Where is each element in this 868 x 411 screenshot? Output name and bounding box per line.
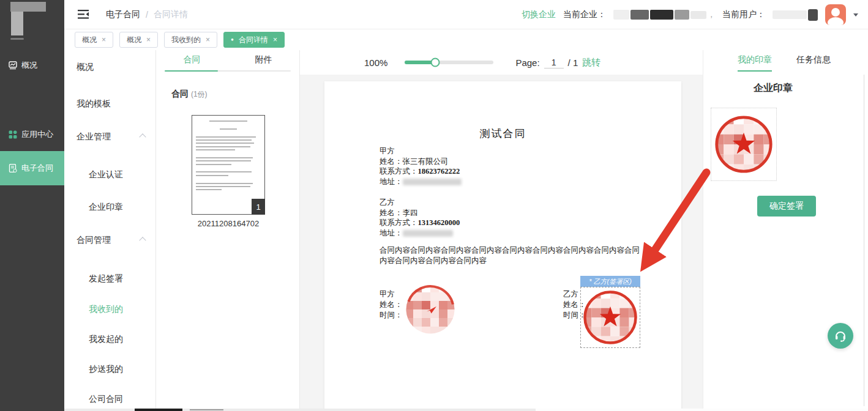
header-right: 切换企业 当前企业： ， 当前用户： — [522, 0, 858, 29]
workspace-tab[interactable]: 概况 × — [119, 32, 158, 48]
contract-file-name: 20211208164702 — [182, 219, 274, 228]
zoom-slider[interactable] — [405, 61, 493, 64]
sidebar-item-app-center[interactable]: 应用中心 — [0, 126, 64, 143]
breadcrumb-root[interactable]: 电子合同 — [106, 9, 140, 20]
contract-body-text: 合同内容合同内容合同内容合同内容合同内容合同内容合同内容合同内容合同内容合同内容… — [380, 245, 643, 266]
contract-list-panel: 合同 附件 合同 (1份) 1 20211208164702 — [156, 50, 300, 409]
tab-label: 我的印章 — [738, 54, 772, 64]
nav-item-company-contracts[interactable]: 公司合同 — [64, 391, 156, 406]
enterprise-seal-option[interactable] — [711, 108, 777, 181]
nav-item-label: 发起签署 — [89, 273, 123, 283]
workspace-tab-active[interactable]: ● 合同详情 × — [223, 32, 285, 48]
sidebar-item-e-contract[interactable]: 电子合同 — [0, 151, 64, 185]
background-window-edge — [64, 409, 868, 411]
nav-group-contract-mgmt[interactable]: 合同管理 — [64, 232, 156, 247]
window-scrollbar[interactable] — [864, 75, 864, 406]
thumbnail-text-lines — [196, 120, 261, 209]
sidebar-item-label: 概况 — [21, 60, 37, 71]
nav-item-initiate-sign[interactable]: 发起签署 — [64, 271, 156, 286]
nav-item-received[interactable]: 我收到的 — [64, 302, 156, 316]
active-dot-icon: ● — [231, 37, 234, 42]
seal-task-panel: 我的印章 任务信息 企业印章 确定签署 — [703, 50, 868, 409]
nav-item-label: 企业认证 — [89, 169, 123, 179]
nav-item-enterprise-seal[interactable]: 企业印章 — [64, 199, 156, 214]
viewer-toolbar: 100% Page: / 1 跳转 — [300, 50, 703, 75]
tab-my-seals[interactable]: 我的印章 — [738, 54, 772, 72]
user-menu-caret-icon[interactable] — [853, 13, 858, 17]
party-b-name: 姓名：李四 — [380, 208, 460, 218]
address-redacted — [403, 179, 462, 185]
fold-menu-icon[interactable] — [78, 10, 89, 19]
nav-item-cc-to-me[interactable]: 抄送我的 — [64, 361, 156, 376]
party-b-contact: 联系方式：13134620000 — [380, 218, 460, 228]
close-icon[interactable]: × — [102, 35, 106, 44]
nav-item-label: 抄送我的 — [89, 364, 123, 374]
nav-item-label: 我收到的 — [89, 304, 123, 314]
right-panel-tabs: 我的印章 任务信息 — [703, 50, 868, 72]
sign-a-time-label: 时间： — [380, 310, 403, 320]
tab-attachment[interactable]: 附件 — [228, 50, 299, 72]
page-number-input[interactable] — [544, 57, 564, 68]
app-root: 概况 应用中心 电子合同 电子合同 / 合同详情 切换企业 当前企业： — [0, 0, 868, 411]
section-title-text: 合同 — [171, 89, 189, 98]
nav-item-label: 合同管理 — [77, 235, 111, 245]
address-redacted — [403, 230, 453, 237]
contract-title: 测试合同 — [324, 127, 681, 141]
contract-thumbnail[interactable]: 1 — [192, 115, 265, 215]
workspace-tab-label: 合同详情 — [239, 35, 268, 45]
chevron-up-icon — [139, 237, 146, 243]
sidebar-item-overview[interactable]: 概况 — [0, 57, 64, 74]
nav-item-label: 我的模板 — [77, 98, 111, 108]
workspace-tab[interactable]: 我收到的 × — [164, 32, 217, 48]
company-name-redacted: ， — [613, 10, 715, 20]
tab-contract[interactable]: 合同 — [156, 50, 228, 72]
breadcrumb-current: 合同详情 — [154, 9, 188, 20]
current-user-label: 当前用户： — [722, 9, 765, 20]
workspace-tab-label: 概况 — [82, 35, 97, 45]
tab-task-info[interactable]: 任务信息 — [796, 54, 831, 72]
tab-underline — [165, 70, 291, 72]
nav-item-initiated-by-me[interactable]: 我发起的 — [64, 331, 156, 346]
workspace-tab-bar: 概况 × 概况 × 我收到的 × ● 合同详情 × — [64, 29, 868, 50]
tab-label: 附件 — [255, 54, 272, 64]
nav-item-enterprise-auth[interactable]: 企业认证 — [64, 167, 156, 182]
party-a-contact: 联系方式：18623762222 — [380, 166, 462, 177]
workspace-tab-label: 概况 — [127, 35, 141, 45]
headset-icon — [834, 329, 847, 342]
nav-group-enterprise[interactable]: 企业管理 — [64, 129, 156, 144]
sign-block-party-a: 甲方 姓名： 时间： — [380, 289, 403, 320]
party-b-heading: 乙方 — [380, 198, 460, 208]
confirm-sign-button[interactable]: 确定签署 — [757, 196, 816, 217]
customer-support-button[interactable] — [828, 323, 853, 349]
party-a-address: 地址： — [380, 177, 462, 187]
nav-item-label: 公司合同 — [89, 394, 123, 404]
page-number-badge: 1 — [252, 199, 265, 215]
nav-item-overview[interactable]: 概况 — [64, 59, 156, 74]
user-avatar[interactable] — [825, 4, 846, 25]
app-center-grid-icon — [8, 130, 17, 139]
section-count: (1份) — [191, 90, 208, 98]
nav-item-label: 企业管理 — [77, 131, 111, 141]
nav-item-my-templates[interactable]: 我的模板 — [64, 96, 156, 111]
breadcrumb-separator: / — [146, 10, 148, 20]
contract-attachment-tabs: 合同 附件 — [156, 50, 299, 72]
sidebar-item-label: 电子合同 — [21, 163, 53, 174]
party-b-seal-stamp — [582, 289, 638, 346]
close-icon[interactable]: × — [206, 35, 210, 44]
party-b-signature-zone[interactable]: * 乙方(签署区) — [580, 276, 640, 348]
close-icon[interactable]: × — [146, 35, 151, 44]
switch-company-link[interactable]: 切换企业 — [522, 9, 556, 20]
close-icon[interactable]: × — [273, 35, 277, 44]
breadcrumb: 电子合同 / 合同详情 — [106, 9, 188, 20]
party-a-heading: 甲方 — [380, 146, 462, 157]
page-label: Page: — [515, 57, 539, 68]
current-company-label: 当前企业： — [563, 9, 606, 20]
zoom-slider-handle[interactable] — [430, 58, 440, 67]
jump-page-link[interactable]: 跳转 — [582, 57, 600, 68]
contract-section-title: 合同 (1份) — [171, 89, 208, 100]
tab-label: 合同 — [184, 54, 201, 64]
party-a-block: 甲方 姓名：张三有限公司 联系方式：18623762222 地址： — [380, 146, 462, 187]
signature-zone-box[interactable] — [580, 287, 640, 348]
workspace-tab[interactable]: 概况 × — [75, 32, 113, 48]
sidebar-item-label: 应用中心 — [21, 129, 53, 140]
